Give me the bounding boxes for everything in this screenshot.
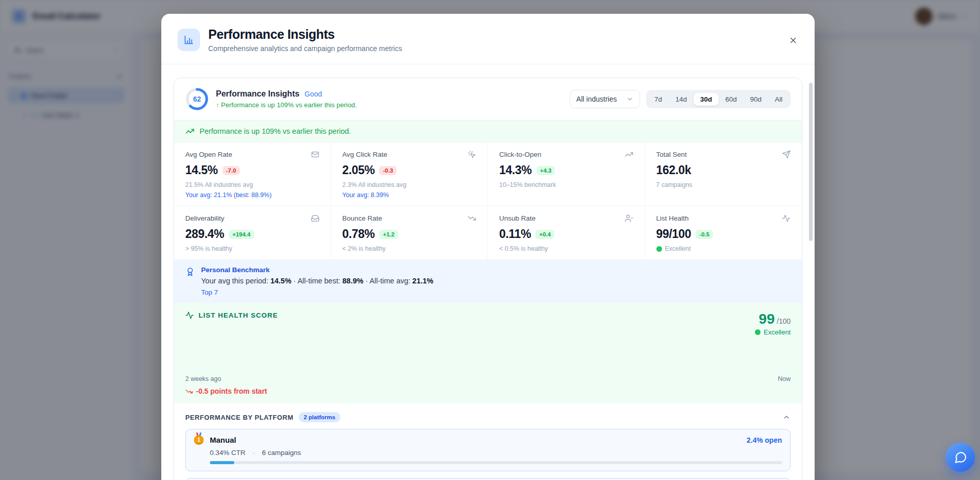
metric-benchmark: 7 campaigns — [656, 181, 791, 188]
performance-insights-modal: Performance Insights Comprehensive analy… — [161, 14, 815, 480]
metric-delta-badge: +1.2 — [379, 230, 398, 239]
platform-open-rate: 2.4% open — [747, 436, 782, 444]
user-minus-icon — [625, 214, 633, 223]
overview-title: Performance Insights — [216, 89, 300, 99]
list-health-score-section: LIST HEALTH SCORE 99 /100 Excellent — [174, 303, 802, 403]
range-7d-button[interactable]: 7d — [648, 93, 669, 106]
metric-label: Avg Click Rate — [342, 151, 387, 158]
industry-select[interactable]: All industries — [570, 90, 640, 108]
platform-card-mailchimp[interactable]: 2 Mailchimp 0.0% open — [185, 478, 791, 480]
performance-by-platform-section: PERFORMANCE BY PLATFORM 2 platforms 1 Ma… — [174, 403, 802, 480]
overview-trend: ↑ Performance is up 109% vs earlier this… — [216, 101, 357, 109]
metric-label: Click-to-Open — [499, 151, 542, 158]
range-90d-button[interactable]: 90d — [743, 93, 768, 106]
metric-benchmark: > 95% is healthy — [185, 245, 320, 252]
modal-title: Performance Insights — [208, 27, 402, 42]
metric-delta-badge: +194.4 — [229, 230, 254, 239]
close-icon[interactable] — [786, 33, 800, 47]
modal-body: 62 Performance Insights Good ↑ Performan… — [161, 64, 815, 480]
chat-button[interactable] — [946, 443, 975, 472]
metric-benchmark: 21.5% All industries avg — [185, 181, 320, 188]
metrics-grid: Avg Open Rate 14.5% -7.0 21.5% All indus… — [174, 142, 802, 259]
chevron-up-icon[interactable] — [782, 413, 791, 421]
chart-end-label: Now — [778, 375, 791, 382]
metric-value: 0.11% — [499, 227, 531, 241]
metric-label: Deliverability — [185, 214, 225, 222]
metric-label: Total Sent — [656, 151, 687, 158]
mail-icon — [311, 150, 320, 159]
personal-benchmark-section: Personal Benchmark Your avg this period:… — [174, 259, 802, 303]
metric-card-avg-open-rate: Avg Open Rate 14.5% -7.0 21.5% All indus… — [174, 142, 331, 206]
range-14d-button[interactable]: 14d — [669, 93, 694, 106]
metric-card-bounce-rate: Bounce Rate 0.78% +1.2 < 2% is healthy — [331, 206, 488, 259]
metric-benchmark: < 2% is healthy — [342, 245, 477, 252]
trend-banner-text: Performance is up 109% vs earlier this p… — [200, 127, 351, 135]
metric-value: 99/100 — [656, 227, 692, 241]
metric-value: 289.4% — [185, 227, 224, 241]
trending-down-icon — [468, 214, 476, 223]
modal-header: Performance Insights Comprehensive analy… — [161, 14, 815, 64]
metric-label: List Health — [656, 214, 689, 222]
date-range-segmented-control: 7d 14d 30d 60d 90d All — [646, 90, 791, 108]
metric-benchmark: 2.3% All industries avg — [342, 181, 477, 188]
metric-benchmark: < 0.5% is healthy — [499, 245, 633, 252]
overview-header: 62 Performance Insights Good ↑ Performan… — [174, 78, 802, 120]
benchmark-value: 88.9% — [342, 277, 363, 285]
metric-card-click-to-open: Click-to-Open 14.3% +4.3 10–15% benchmar… — [488, 142, 645, 206]
pulse-icon — [185, 311, 194, 320]
health-status-dot — [656, 246, 662, 252]
metric-note: Your avg: 8.39% — [342, 191, 477, 199]
metric-card-avg-click-rate: Avg Click Rate 2.05% -0.3 2.3% All indus… — [331, 142, 488, 206]
separator: · — [365, 277, 368, 285]
health-change-note: -0.5 points from start — [196, 387, 267, 395]
platforms-heading: PERFORMANCE BY PLATFORM — [185, 414, 293, 421]
metric-delta-badge: -0.3 — [379, 166, 397, 175]
metric-benchmark: Excellent — [665, 245, 691, 252]
metric-label: Bounce Rate — [342, 214, 382, 222]
score-ring: 62 — [185, 87, 209, 111]
metric-delta-badge: -7.0 — [223, 166, 240, 175]
metric-value: 2.05% — [342, 163, 375, 177]
screen: Email Calculator Glenn Users — [0, 0, 980, 480]
chart-start-label: 2 weeks ago — [185, 375, 221, 382]
metric-card-unsub-rate: Unsub Rate 0.11% +0.4 < 0.5% is healthy — [488, 206, 645, 259]
health-score-chart — [185, 336, 791, 375]
platform-progress-track — [210, 461, 782, 464]
separator: · — [293, 277, 296, 285]
platform-card-manual[interactable]: 1 Manual 2.4% open 0.34% CTR · 6 campaig… — [185, 429, 791, 471]
benchmark-value: 21.1% — [412, 277, 433, 285]
score-value: 62 — [185, 87, 209, 111]
top-7-link[interactable]: Top 7 — [201, 289, 218, 296]
activity-icon — [782, 214, 791, 223]
metric-value: 14.5% — [185, 163, 218, 177]
range-all-button[interactable]: All — [768, 93, 789, 106]
industry-select-value: All industries — [576, 95, 617, 103]
health-status-label: Excellent — [764, 328, 791, 336]
metric-benchmark: 10–15% benchmark — [499, 181, 633, 188]
metric-card-total-sent: Total Sent 162.0k 7 campaigns — [645, 142, 802, 206]
send-icon — [782, 150, 791, 159]
separator: · — [253, 449, 255, 457]
modal-subtitle: Comprehensive analytics and campaign per… — [208, 44, 402, 53]
benchmark-title: Personal Benchmark — [201, 266, 433, 274]
metric-value: 162.0k — [656, 163, 692, 177]
health-status-dot — [755, 329, 761, 335]
inbox-icon — [311, 214, 320, 223]
metric-value: 14.3% — [499, 163, 532, 177]
metric-delta-badge: +4.3 — [536, 166, 555, 175]
insights-card: 62 Performance Insights Good ↑ Performan… — [174, 78, 802, 480]
modal-title-block: Performance Insights Comprehensive analy… — [208, 27, 402, 53]
metric-value: 0.78% — [342, 227, 375, 241]
modal-scrollbar[interactable] — [809, 83, 813, 241]
platform-ctr: 0.34% CTR — [210, 449, 246, 457]
metric-label: Unsub Rate — [499, 214, 535, 222]
bar-chart-icon — [178, 29, 200, 51]
range-60d-button[interactable]: 60d — [719, 93, 744, 106]
rating-label: Good — [305, 90, 322, 98]
range-30d-button[interactable]: 30d — [694, 93, 719, 106]
metric-card-list-health: List Health 99/100 -0.5 Excellent — [645, 206, 802, 259]
benchmark-value: 14.5% — [271, 277, 291, 285]
metric-delta-badge: -0.5 — [696, 230, 713, 239]
platform-campaigns: 6 campaigns — [262, 449, 301, 457]
gold-medal-icon: 1 — [194, 435, 204, 445]
